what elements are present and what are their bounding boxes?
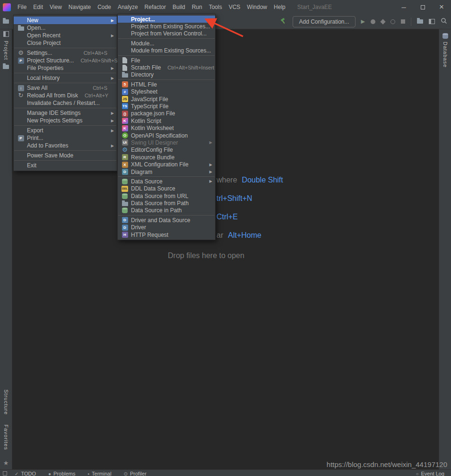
file-menu-item-manage-ide-settings[interactable]: Manage IDE Settings▶ (14, 109, 117, 117)
menubar-item-vcs[interactable]: VCS (226, 0, 244, 14)
menu-item-shortcut: Ctrl+Alt+Shift+Insert (161, 65, 214, 70)
new-submenu-item-resource-bundle[interactable]: RResource Bundle (118, 154, 215, 161)
new-submenu-item-directory[interactable]: Directory (118, 71, 215, 78)
new-submenu-item-javascript-file[interactable]: JSJavaScript File (118, 95, 215, 103)
file-menu-item-add-to-favorites[interactable]: Add to Favorites▶ (14, 142, 117, 149)
menubar-item-tools[interactable]: Tools (206, 0, 226, 14)
project-folder-icon[interactable] (3, 65, 9, 69)
menu-item-label: Driver and Data Source (131, 217, 190, 224)
menubar-item-edit[interactable]: Edit (30, 0, 46, 14)
new-submenu-item-driver[interactable]: DDriver (118, 224, 215, 231)
open-project-icon[interactable] (417, 19, 423, 24)
menu-item-label: package.json File (131, 110, 175, 117)
new-submenu-item-file[interactable]: File (118, 57, 215, 64)
coverage-button-icon[interactable] (380, 19, 385, 24)
file-menu-item-export[interactable]: Export▶ (14, 127, 117, 134)
new-submenu-item-diagram[interactable]: DDiagram▶ (118, 168, 215, 175)
tool-window-toggle-icon[interactable] (3, 471, 7, 476)
new-submenu-item-html-file[interactable]: 5HTML File (118, 81, 215, 88)
favorites-star-icon[interactable]: ★ (3, 459, 9, 467)
menu-item-label: File (131, 57, 140, 64)
new-submenu-item-data-source-from-url[interactable]: Data Source from URL (118, 192, 215, 199)
file-menu-item-exit[interactable]: Exit (14, 162, 117, 169)
new-submenu-item-project[interactable]: Project... (118, 16, 215, 23)
new-submenu-item-http-request[interactable]: HHTTP Request (118, 231, 215, 238)
maximize-button[interactable] (413, 0, 432, 14)
maximize-icon (421, 5, 425, 9)
status-bar-item-profiler[interactable]: ⊙Profiler (124, 471, 147, 476)
minimize-button[interactable]: ─ (394, 0, 413, 14)
file-menu-item-file-properties[interactable]: File Properties▶ (14, 64, 117, 72)
menubar-item-navigate[interactable]: Navigate (65, 0, 94, 14)
new-submenu-item-data-source-from-path[interactable]: Data Source from Path (118, 199, 215, 207)
file-menu-item-open-recent[interactable]: Open Recent▶ (14, 32, 117, 39)
file-menu-item-open[interactable]: Open... (14, 24, 117, 32)
new-submenu-item-data-source-in-path[interactable]: Data Source in Path (118, 207, 215, 214)
profiler-button-icon[interactable] (390, 19, 395, 24)
status-bar-item-todo[interactable]: ✓TODO (15, 471, 36, 476)
new-submenu-item-data-source[interactable]: Data Source▶ (118, 178, 215, 185)
new-submenu-item-module[interactable]: Module... (118, 40, 215, 47)
new-submenu-item-openapi-specification[interactable]: OOpenAPI Specification (118, 132, 215, 139)
layout-icon[interactable] (429, 19, 435, 24)
submenu-arrow-icon: ▶ (109, 129, 114, 133)
new-submenu-item-kotlin-script[interactable]: KKotlin Script (118, 117, 215, 124)
new-submenu-item-xml-configuration-file[interactable]: XXML Configuration File▶ (118, 161, 215, 168)
menubar-item-view[interactable]: View (46, 0, 65, 14)
new-submenu-item-kotlin-worksheet[interactable]: KKotlin Worksheet (118, 124, 215, 131)
stop-button-icon[interactable] (401, 19, 405, 24)
build-hammer-icon[interactable] (279, 17, 287, 26)
file-menu-item-save-all[interactable]: ↓Save AllCtrl+S (14, 84, 117, 92)
search-everywhere-icon[interactable] (441, 17, 447, 26)
file-menu-item-settings[interactable]: ⚙Settings...Ctrl+Alt+S (14, 49, 117, 57)
swing-ui-designer-icon: UI (121, 139, 129, 146)
menubar-item-help[interactable]: Help (270, 0, 289, 14)
tool-window-button-project[interactable]: Project (3, 41, 9, 60)
run-button-icon[interactable]: ▶ (361, 18, 365, 25)
menu-item-icon-slot (17, 127, 25, 134)
file-menu-item-reload-all-from-disk[interactable]: ↻Reload All from DiskCtrl+Alt+Y (14, 92, 117, 99)
menubar-item-analyze[interactable]: Analyze (114, 0, 141, 14)
submenu-arrow-icon: ▶ (208, 140, 212, 145)
file-menu-item-project-structure[interactable]: PProject Structure...Ctrl+Alt+Shift+S (14, 57, 117, 64)
menubar-item-code[interactable]: Code (94, 0, 114, 14)
tool-window-button-database[interactable]: Database (442, 42, 448, 68)
status-bar-item-terminal[interactable]: ▪Terminal (87, 471, 111, 476)
menu-item-label: Data Source in Path (131, 207, 182, 214)
file-menu-item-local-history[interactable]: Local History▶ (14, 74, 117, 82)
new-submenu-item-package-json-file[interactable]: {}package.json File (118, 110, 215, 117)
new-submenu-item-module-from-existing-sources[interactable]: Module from Existing Sources... (118, 47, 215, 54)
file-menu-item-print[interactable]: PPrint... (14, 134, 117, 142)
file-menu-item-invalidate-caches-restart[interactable]: Invalidate Caches / Restart... (14, 99, 117, 107)
file-menu-item-power-save-mode[interactable]: Power Save Mode (14, 152, 117, 159)
navbar-project-icon[interactable] (3, 19, 9, 24)
status-bar-item-problems[interactable]: ●Problems (48, 471, 76, 476)
file-menu-item-new[interactable]: New▶ (14, 17, 117, 24)
menubar-item-window[interactable]: Window (243, 0, 270, 14)
new-submenu-item-scratch-file[interactable]: Scratch FileCtrl+Alt+Shift+Insert (118, 64, 215, 71)
tool-window-button-favorites[interactable]: Favorites (3, 424, 9, 450)
new-submenu-item-typescript-file[interactable]: TSTypeScript File (118, 103, 215, 110)
debug-button-icon[interactable] (371, 19, 375, 24)
menubar-item-file[interactable]: File (14, 0, 30, 14)
add-configuration-button[interactable]: Add Configuration... (293, 16, 355, 27)
new-submenu-item-stylesheet[interactable]: #Stylesheet (118, 88, 215, 95)
menubar-item-run[interactable]: Run (189, 0, 206, 14)
menu-item-label: Kotlin Worksheet (131, 125, 174, 131)
profiler-icon: ⊙ (124, 471, 128, 476)
file-menu-item-new-projects-settings[interactable]: New Projects Settings▶ (14, 117, 117, 124)
tool-window-button-structure[interactable]: Structure (3, 389, 9, 415)
new-submenu-item-editorconfig-file[interactable]: ⚙EditorConfig File (118, 147, 215, 154)
close-button[interactable]: × (432, 0, 451, 14)
new-submenu-item-driver-and-data-source[interactable]: DDriver and Data Source (118, 216, 215, 224)
new-submenu-item-project-from-version-control[interactable]: Project from Version Control... (118, 30, 215, 37)
menubar-item-refactor[interactable]: Refactor (141, 0, 169, 14)
database-icon[interactable] (442, 33, 448, 39)
status-bar-item-event-log[interactable]: ○Event Log (416, 471, 444, 476)
menubar-item-build[interactable]: Build (169, 0, 189, 14)
new-submenu-item-ddl-data-source[interactable]: DDLDDL Data Source (118, 185, 215, 192)
new-submenu-item-project-from-existing-sources[interactable]: Project from Existing Sources... (118, 23, 215, 30)
file-menu-item-close-project[interactable]: Close Project (14, 39, 117, 47)
project-tool-window-icon[interactable] (3, 31, 9, 37)
left-tool-stripe: Project Structure Favorites ★ (0, 29, 12, 469)
